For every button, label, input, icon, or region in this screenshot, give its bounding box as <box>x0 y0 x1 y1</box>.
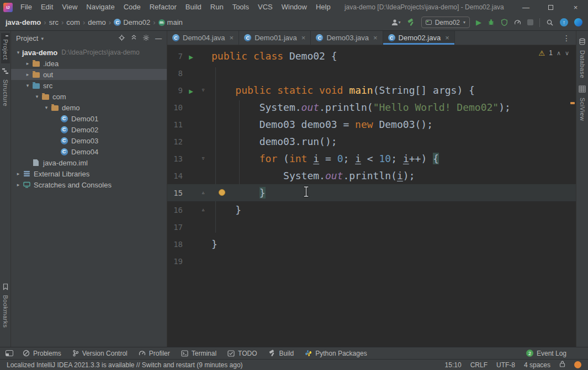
tree-item-demo03[interactable]: C Demo03 <box>11 135 167 146</box>
hide-icon[interactable]: — <box>155 35 162 42</box>
profiler-button[interactable] <box>514 19 521 26</box>
code-line[interactable]: 9 ▶ ▿ public static void main(String[] a… <box>167 82 576 99</box>
chevron-expanded-icon[interactable]: ▾ <box>14 50 22 55</box>
menu-run[interactable]: Run <box>206 0 228 14</box>
status-message[interactable]: Localized IntelliJ IDEA 2021.3.3 is avai… <box>7 361 243 369</box>
stop-button[interactable] <box>527 19 533 25</box>
tree-item-demo04[interactable]: C Demo04 <box>11 146 167 157</box>
menu-code[interactable]: Code <box>119 0 145 14</box>
tree-item-demo02[interactable]: C Demo02 <box>11 124 167 135</box>
menu-tools[interactable]: Tools <box>228 0 253 14</box>
tool-stripe-structure[interactable]: Structure <box>1 63 10 110</box>
settings-gear-icon[interactable] <box>142 34 150 43</box>
debug-button[interactable] <box>488 19 495 26</box>
chevron-collapsed-icon[interactable]: ▸ <box>24 61 31 66</box>
code-line-current[interactable]: 15 ▵ } <box>167 184 576 201</box>
fold-open-icon[interactable]: ▿ <box>196 156 210 161</box>
menu-refactor[interactable]: Refactor <box>145 0 181 14</box>
toolbtn-terminal[interactable]: Terminal <box>176 347 221 359</box>
ide-features-icon[interactable] <box>574 18 582 26</box>
menu-edit[interactable]: Edit <box>36 0 57 14</box>
toolbtn-problems[interactable]: Problems <box>18 347 66 359</box>
menu-vcs[interactable]: VCS <box>253 0 277 14</box>
tab-options-kebab-icon[interactable]: ⋮ <box>557 31 576 45</box>
code-line[interactable]: 7 ▶ public class Demo02 { <box>167 47 576 65</box>
locate-icon[interactable] <box>118 34 125 43</box>
breadcrumb-main[interactable]: mmain <box>158 18 183 26</box>
fold-close-icon[interactable]: ▵ <box>196 190 210 195</box>
tree-item-idea[interactable]: ▸ .idea <box>11 58 167 69</box>
chevron-collapsed-icon[interactable]: ▸ <box>14 182 22 187</box>
line-separator[interactable]: CRLF <box>470 361 488 369</box>
breadcrumb-java-demo[interactable]: java-demo <box>6 18 41 26</box>
previous-issue-icon[interactable]: ∧ <box>557 50 561 56</box>
toolbtn-python-packages[interactable]: Python Packages <box>300 347 372 359</box>
menu-help[interactable]: Help <box>311 0 335 14</box>
update-button[interactable]: ↑ <box>560 18 568 26</box>
close-button[interactable]: × <box>563 0 588 14</box>
breadcrumb-demo02[interactable]: CDemo02 <box>114 18 150 26</box>
tree-item-out[interactable]: ▸ out <box>11 69 167 80</box>
menu-view[interactable]: View <box>57 0 82 14</box>
file-encoding[interactable]: UTF-8 <box>496 361 515 369</box>
chevron-expanded-icon[interactable]: ▾ <box>33 94 41 99</box>
tree-item-demo01[interactable]: C Demo01 <box>11 113 167 124</box>
tree-item-src[interactable]: ▾ src <box>11 80 167 91</box>
close-icon[interactable]: × <box>445 34 449 42</box>
fold-open-icon[interactable]: ▿ <box>196 88 210 93</box>
toolbtn-build[interactable]: Build <box>263 347 299 359</box>
breadcrumb-src[interactable]: src <box>49 18 59 26</box>
code-line[interactable]: 16 ▵ } <box>167 201 576 218</box>
run-gutter-icon[interactable]: ▶ <box>189 54 193 60</box>
menu-file[interactable]: File <box>16 0 36 14</box>
toolbtn-todo[interactable]: TODO <box>223 347 262 359</box>
close-icon[interactable]: × <box>230 34 234 42</box>
build-hammer-icon[interactable] <box>407 18 415 26</box>
tree-item-iml[interactable]: java-demo.iml <box>11 157 167 168</box>
tab-demo04[interactable]: C Demo04.java × <box>167 31 239 45</box>
tool-stripe-project[interactable]: Project <box>1 33 10 63</box>
chevron-expanded-icon[interactable]: ▾ <box>24 83 31 88</box>
code-line[interactable]: 18 } <box>167 235 576 253</box>
code-line[interactable]: 8 <box>167 65 576 82</box>
search-everywhere-button[interactable] <box>546 19 554 26</box>
chevron-expanded-icon[interactable]: ▾ <box>43 105 50 110</box>
code-line[interactable]: 11 Demo03 demo03 = new Demo03(); <box>167 116 576 133</box>
chevron-collapsed-icon[interactable]: ▸ <box>24 72 31 77</box>
coverage-button[interactable] <box>501 19 508 26</box>
menu-build[interactable]: Build <box>181 0 206 14</box>
toolbtn-event-log[interactable]: 2 Event Log <box>521 347 571 359</box>
code-line[interactable]: 14 System.out.println(i); <box>167 167 576 184</box>
code-line[interactable]: 19 <box>167 253 576 270</box>
tool-stripe-bookmarks[interactable]: Bookmarks <box>1 279 10 331</box>
chevron-collapsed-icon[interactable]: ▸ <box>14 171 22 176</box>
collapse-all-icon[interactable] <box>131 34 137 42</box>
code-line[interactable]: 17 <box>167 218 576 235</box>
tab-demo03[interactable]: C Demo03.java × <box>311 31 383 45</box>
intention-bulb-icon[interactable] <box>219 189 225 196</box>
menu-window[interactable]: Window <box>277 0 311 14</box>
user-icon[interactable]: ▾ <box>391 19 401 26</box>
run-configuration-select[interactable]: Demo02 ▾ <box>421 17 470 28</box>
code-editor[interactable]: 7 ▶ public class Demo02 { 8 9 ▶ ▿ public… <box>167 45 576 347</box>
code-line[interactable]: 10 System.out.println("Hello World! Demo… <box>167 99 576 116</box>
notification-icon[interactable] <box>574 361 581 368</box>
close-icon[interactable]: × <box>373 34 378 42</box>
caret-position[interactable]: 15:10 <box>445 361 462 369</box>
menu-navigate[interactable]: Navigate <box>82 0 119 14</box>
code-line[interactable]: 12 demo03.run(); <box>167 133 576 150</box>
code-line[interactable]: 13 ▿ for (int i = 0; i < 10; i++) { <box>167 150 576 167</box>
tool-stripe-database[interactable]: Database <box>578 34 587 82</box>
maximize-button[interactable] <box>538 0 563 14</box>
toolbtn-profiler[interactable]: Profiler <box>134 347 175 359</box>
tree-item-demo[interactable]: ▾ demo <box>11 102 167 113</box>
run-gutter-icon[interactable]: ▶ <box>189 88 193 94</box>
tool-stripe-sciview[interactable]: SciView <box>578 82 587 124</box>
toolbtn-version-control[interactable]: Version Control <box>67 347 133 359</box>
tree-item-com[interactable]: ▾ com <box>11 91 167 102</box>
fold-close-icon[interactable]: ▵ <box>196 207 210 212</box>
tool-windows-icon[interactable] <box>6 350 13 356</box>
lock-icon[interactable] <box>559 361 565 369</box>
warning-stripe-mark[interactable] <box>570 102 575 104</box>
breadcrumb-com[interactable]: com <box>66 18 80 26</box>
